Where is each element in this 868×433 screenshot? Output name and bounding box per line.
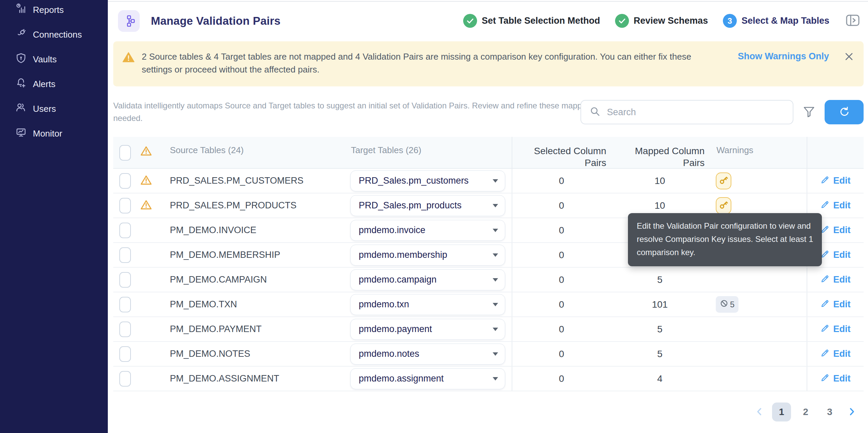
row-checkbox[interactable] [119,247,131,263]
row-checkbox[interactable] [119,173,131,189]
edit-button[interactable]: Edit [821,274,851,286]
selected-column-pairs-value: 0 [512,193,611,218]
edit-button[interactable]: Edit [821,373,851,385]
edit-button-label: Edit [833,349,851,359]
step-select-map-tables[interactable]: 3 Select & Map Tables [723,14,829,28]
edit-button[interactable]: Edit [821,249,851,261]
source-table-name: PM_DEMO.TXN [170,299,237,310]
search-input[interactable] [607,107,786,118]
selected-column-pairs-value: 0 [512,292,611,316]
comparison-key-warning-badge[interactable] [716,197,731,214]
warning-triangle-icon [122,51,135,65]
column-header-warnings: Warnings [709,137,807,169]
chevron-down-icon [493,328,498,331]
chevron-down-icon [493,253,498,257]
edit-button[interactable]: Edit [821,323,851,335]
edit-button-label: Edit [833,250,851,260]
check-circle-icon [615,14,629,28]
target-table-select[interactable]: pmdemo.invoice [350,220,505,241]
search-icon [589,106,601,119]
step-label: Set Table Selection Method [482,16,600,26]
page-button[interactable]: 1 [772,403,791,421]
refresh-icon [838,106,850,119]
next-page-button[interactable] [844,406,859,418]
sidebar-item-monitor[interactable]: Monitor [0,121,108,146]
step-set-table-selection-method[interactable]: Set Table Selection Method [463,14,600,28]
row-checkbox[interactable] [119,223,131,238]
edit-button[interactable]: Edit [821,298,851,310]
source-table-name: PM_DEMO.ASSIGNMENT [170,373,279,384]
target-table-select[interactable]: pmdemo.notes [350,344,505,365]
key-icon [719,176,728,186]
row-checkbox[interactable] [119,371,131,387]
sidebar: Reports Connections [0,0,108,433]
source-table-name: PM_DEMO.CAMPAIGN [170,274,267,285]
excluded-columns-badge[interactable]: 5 [716,296,738,313]
comparison-key-warning-badge[interactable] [716,172,731,189]
edit-button[interactable]: Edit [821,175,851,187]
source-table-name: PRD_SALES.PM_CUSTOMERS [170,176,303,186]
filter-button[interactable] [802,105,816,120]
sidebar-item-reports[interactable]: Reports [0,0,108,22]
edit-button-label: Edit [833,225,851,235]
edit-button[interactable]: Edit [821,224,851,236]
row-warning-icon [140,174,152,188]
row-checkbox[interactable] [119,297,131,312]
page-button[interactable]: 3 [820,403,839,421]
target-table-select[interactable]: pmdemo.campaign [350,269,505,290]
remap-refresh-button[interactable] [825,100,864,124]
warning-triangle-icon [140,145,152,160]
target-table-select[interactable]: PRD_Sales.pm_customers [350,170,505,191]
row-checkbox[interactable] [119,272,131,288]
target-table-select[interactable]: pmdemo.txn [350,294,505,315]
chevron-down-icon [493,204,498,207]
edit-button-label: Edit [833,299,851,310]
collapse-panel-button[interactable] [845,13,861,29]
sidebar-item-alerts[interactable]: Alerts [0,72,108,97]
table-header-row: Source Tables (24) Target Tables (26) Se… [113,137,864,169]
target-table-value: PRD_Sales.pm_customers [359,176,469,186]
select-all-checkbox[interactable] [119,145,131,161]
edit-button[interactable]: Edit [821,200,851,211]
target-table-select[interactable]: pmdemo.assignment [350,368,505,389]
chevron-down-icon [493,278,498,282]
table-row: PM_DEMO.ASSIGNMENT pmdemo.assignment 0 4 [113,367,864,391]
source-table-name: PM_DEMO.NOTES [170,349,250,359]
comparison-key-tooltip: Edit the Validation Pair configuration t… [628,213,822,266]
users-icon [15,102,27,116]
selected-column-pairs-value: 0 [512,317,611,341]
edit-button-label: Edit [833,274,851,285]
previous-page-button[interactable] [752,406,767,418]
column-header-selected: Selected Column Pairs [512,137,611,169]
row-checkbox[interactable] [119,346,131,362]
toolbar [580,100,864,124]
chevron-left-icon [754,406,765,418]
sidebar-item-label: Alerts [33,79,55,89]
check-circle-icon [463,14,477,28]
report-chart-icon [15,3,27,17]
step-review-schemas[interactable]: Review Schemas [615,14,708,28]
edit-button[interactable]: Edit [821,348,851,360]
sidebar-item-label: Connections [33,29,82,40]
sidebar-item-connections[interactable]: Connections [0,22,108,47]
row-checkbox[interactable] [119,198,131,213]
pagination: 123 [752,403,859,421]
sidebar-item-users[interactable]: Users [0,97,108,121]
banner-message: 2 Source tables & 4 Target tables are no… [142,50,724,76]
plug-icon [15,27,27,42]
row-checkbox[interactable] [119,322,131,337]
sidebar-item-vaults[interactable]: Vaults [0,47,108,72]
target-table-value: pmdemo.payment [359,324,432,334]
selected-column-pairs-value: 0 [512,367,611,391]
page-button[interactable]: 2 [796,403,815,421]
pencil-icon [821,323,830,335]
target-table-select[interactable]: pmdemo.payment [350,319,505,340]
selected-column-pairs-value: 0 [512,218,611,242]
target-table-select[interactable]: PRD_Sales.pm_products [350,195,505,216]
close-banner-button[interactable] [843,51,855,63]
close-icon [843,51,855,63]
edit-button-label: Edit [833,200,851,211]
filter-funnel-icon [802,105,816,120]
target-table-select[interactable]: pmdemo.membership [350,245,505,266]
show-warnings-only-link[interactable]: Show Warnings Only [738,51,829,62]
